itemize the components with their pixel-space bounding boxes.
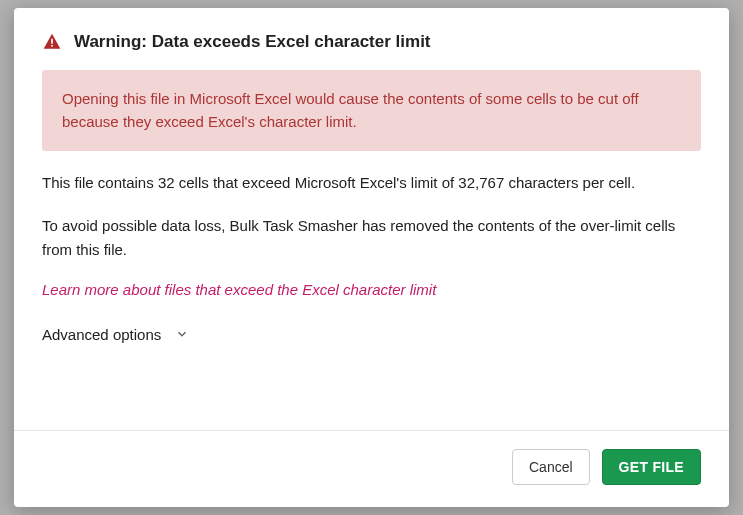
warning-modal: Warning: Data exceeds Excel character li… (14, 8, 729, 507)
chevron-down-icon (175, 327, 189, 341)
modal-body: Opening this file in Microsoft Excel wou… (14, 70, 729, 430)
learn-more-link[interactable]: Learn more about files that exceed the E… (42, 281, 436, 298)
body-paragraph-1: This file contains 32 cells that exceed … (42, 171, 701, 194)
svg-rect-0 (51, 39, 53, 44)
modal-header: Warning: Data exceeds Excel character li… (14, 8, 729, 70)
get-file-button[interactable]: GET FILE (602, 449, 701, 485)
modal-title: Warning: Data exceeds Excel character li… (74, 32, 431, 52)
warning-triangle-icon (42, 32, 62, 52)
cancel-button[interactable]: Cancel (512, 449, 590, 485)
advanced-options-toggle[interactable]: Advanced options (42, 326, 701, 371)
svg-rect-1 (51, 45, 53, 47)
body-paragraph-2: To avoid possible data loss, Bulk Task S… (42, 214, 701, 261)
advanced-options-label: Advanced options (42, 326, 161, 343)
modal-footer: Cancel GET FILE (14, 430, 729, 507)
alert-message: Opening this file in Microsoft Excel wou… (42, 70, 701, 151)
